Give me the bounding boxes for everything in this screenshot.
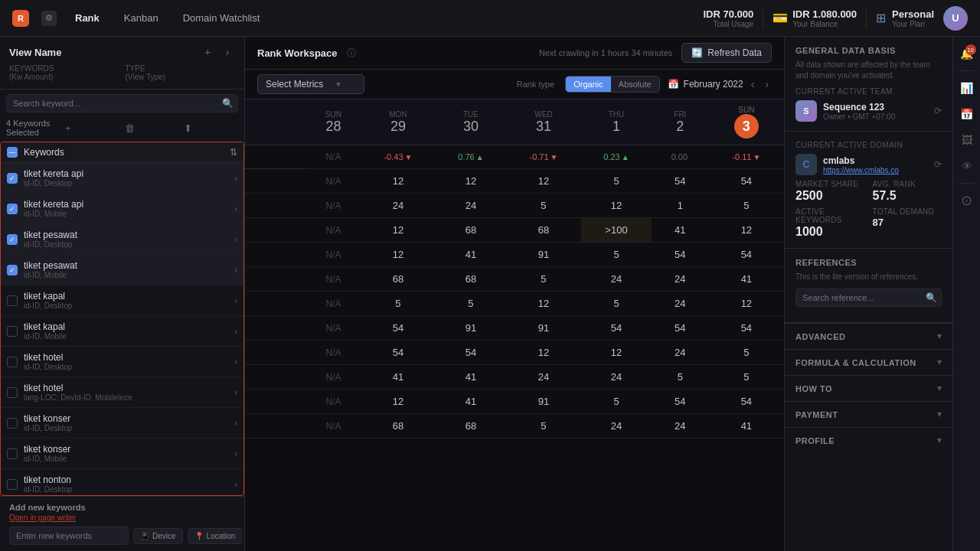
keyword-row[interactable]: ✓ tiket pesawat id-ID, Desktop ›: [1, 224, 243, 255]
next-date-button[interactable]: ›: [762, 77, 772, 92]
calendar-icon-2: 📅: [960, 108, 973, 120]
refresh-data-button[interactable]: 🔄 Refresh Data: [681, 43, 772, 63]
keyword-checkbox[interactable]: ✓: [7, 265, 18, 276]
balance-card-icon: 💳: [773, 11, 788, 25]
keyword-checkbox[interactable]: [7, 479, 18, 490]
rank-cell: 91: [506, 316, 581, 341]
metrics-select-dropdown[interactable]: Select Metrics ▾: [257, 74, 364, 94]
keyword-row[interactable]: ✓ tiket kereta api id-ID, Desktop ›: [1, 163, 243, 194]
accordion-header-payment[interactable]: PAYMENT ▾: [785, 402, 952, 427]
keyword-checkbox[interactable]: ✓: [7, 204, 18, 214]
keyword-row[interactable]: tiket konser id-ID, Desktop ›: [1, 408, 243, 439]
team-refresh-icon[interactable]: ⟳: [934, 106, 942, 116]
keyword-expand-arrow[interactable]: ›: [234, 357, 237, 367]
location-chip[interactable]: 📍 Location: [188, 528, 243, 544]
keyword-expand-arrow[interactable]: ›: [234, 295, 237, 306]
keyword-expand-arrow[interactable]: ›: [234, 479, 237, 490]
rank-cell: 41: [361, 365, 436, 390]
rank-cell: 54: [652, 390, 709, 414]
rank-cell: 12: [581, 194, 652, 218]
tab-domain-watchlist[interactable]: Domain Watchlist: [177, 9, 266, 27]
open-page-writer-link[interactable]: Open in page writer: [9, 514, 235, 522]
keyword-checkbox[interactable]: [7, 295, 18, 306]
keyword-row[interactable]: tiket kapal id-ID, Mobile ›: [1, 316, 243, 347]
keyword-expand-arrow[interactable]: ›: [234, 387, 237, 398]
prev-date-button[interactable]: ‹: [748, 77, 758, 92]
image-button[interactable]: 🖼: [956, 129, 978, 151]
col-header-day: SUN28: [306, 99, 361, 145]
domain-refresh-icon[interactable]: ⟳: [934, 159, 942, 170]
notifications-button[interactable]: 🔔 10: [956, 43, 978, 64]
rank-organic-btn[interactable]: Organic: [566, 77, 611, 92]
eye-button[interactable]: 👁: [956, 155, 978, 177]
rank-absolute-btn[interactable]: Absolute: [611, 77, 659, 92]
add-keywords-input[interactable]: [9, 527, 129, 545]
delta-cell: N/A: [306, 145, 361, 169]
keyword-expand-arrow[interactable]: ›: [234, 448, 237, 459]
keyword-expand-arrow[interactable]: ›: [234, 418, 237, 429]
tab-kanban[interactable]: Kanban: [118, 9, 165, 27]
tab-rank[interactable]: Rank: [69, 9, 106, 27]
export-selected-button[interactable]: ⬆: [184, 122, 238, 134]
sort-icon[interactable]: ⇅: [230, 147, 237, 158]
rank-cell: 12: [361, 390, 436, 414]
toggle-button[interactable]: ⊙: [956, 190, 978, 211]
analytics-button[interactable]: 📊: [956, 77, 978, 99]
domain-url[interactable]: https://www.cmlabs.co: [823, 166, 928, 174]
calendar-button[interactable]: 📅: [956, 103, 978, 125]
accordion-header-how-to[interactable]: HOW TO ▾: [785, 376, 952, 401]
keyword-expand-arrow[interactable]: ›: [234, 173, 237, 184]
delta-cell: -0.71▼: [506, 145, 581, 169]
accordion-label-how-to: HOW TO: [795, 384, 832, 393]
keyword-expand-arrow[interactable]: ›: [234, 265, 237, 276]
table-row: N/A12121255454: [245, 169, 784, 194]
search-input[interactable]: [6, 94, 238, 112]
keyword-row[interactable]: ✓ tiket pesawat id-ID, Mobile ›: [1, 255, 243, 285]
accordion-chevron-payment: ▾: [937, 409, 942, 419]
keyword-checkbox[interactable]: [7, 326, 18, 337]
rank-cell: 54: [709, 390, 784, 414]
add-selected-button[interactable]: +: [65, 122, 119, 134]
keyword-checkbox[interactable]: ✓: [7, 173, 18, 184]
keyword-checkbox[interactable]: [7, 357, 18, 367]
rank-cell: 54: [361, 316, 436, 341]
select-all-checkbox[interactable]: —: [7, 147, 18, 158]
rank-cell: 12: [506, 169, 581, 194]
analytics-icon: 📊: [960, 82, 973, 94]
keyword-row[interactable]: tiket hotel id-ID, Desktop ›: [1, 347, 243, 377]
keyword-row[interactable]: tiket konser id-ID, Mobile ›: [1, 439, 243, 469]
accordion-header-formula[interactable]: FORMULA & CALCULATION ▾: [785, 350, 952, 375]
user-avatar[interactable]: U: [943, 6, 968, 31]
keyword-name: tiket kereta api: [24, 199, 231, 210]
rank-cell: 41: [436, 365, 506, 390]
keyword-row[interactable]: tiket kapal id-ID, Desktop ›: [1, 285, 243, 316]
keyword-expand-arrow[interactable]: ›: [234, 204, 237, 214]
keyword-checkbox[interactable]: ✓: [7, 234, 18, 245]
team-name: Sequence 123: [823, 102, 928, 112]
keyword-checkbox[interactable]: [7, 418, 18, 429]
nav-right-button[interactable]: ›: [220, 44, 235, 60]
accordion-header-advanced[interactable]: ADVANCED ▾: [785, 324, 952, 349]
rank-cell: 54: [436, 341, 506, 365]
workspace-info-icon[interactable]: ⓘ: [347, 47, 356, 60]
keyword-expand-arrow[interactable]: ›: [234, 234, 237, 245]
keyword-checkbox[interactable]: [7, 387, 18, 398]
rank-cell: N/A: [306, 169, 361, 194]
device-chip[interactable]: 📱 Device: [133, 528, 183, 544]
table-row: N/A242451215: [245, 194, 784, 218]
keyword-expand-arrow[interactable]: ›: [234, 326, 237, 337]
rank-table: SUN28MON29TUE30WED31THU1FRI2SUN3N/A-0.43…: [245, 99, 784, 439]
center-content: Rank Workspace ⓘ Next crawling in 1 hour…: [245, 37, 784, 551]
rank-cell: N/A: [306, 267, 361, 292]
keyword-row[interactable]: tiket hotel lang-LOC; DevId-ID, MobileIe…: [1, 377, 243, 408]
settings-icon[interactable]: ⚙: [41, 11, 57, 26]
keyword-checkbox[interactable]: [7, 448, 18, 459]
add-view-button[interactable]: +: [200, 44, 215, 60]
accordion-header-profile[interactable]: PROFILE ▾: [785, 428, 952, 453]
rank-cell: 12: [506, 341, 581, 365]
reference-search-input[interactable]: [795, 289, 942, 307]
search-icon[interactable]: 🔍: [222, 98, 234, 109]
delete-selected-button[interactable]: 🗑: [125, 122, 179, 134]
keyword-row[interactable]: tiket nonton id-ID, Desktop ›: [1, 469, 243, 496]
keyword-row[interactable]: ✓ tiket kereta api id-ID, Mobile ›: [1, 194, 243, 224]
